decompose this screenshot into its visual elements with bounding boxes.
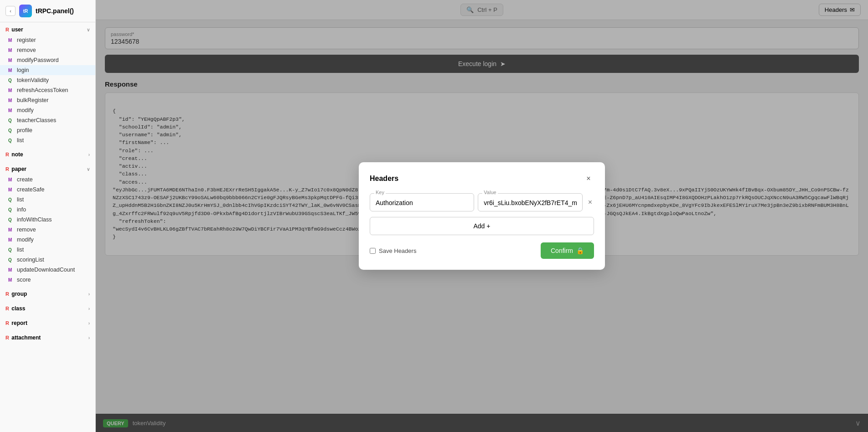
confirm-button[interactable]: Confirm 🔒 [541,242,594,259]
type-badge-r: R [5,152,9,157]
modal-footer: Save Headers Confirm 🔒 [370,242,594,259]
chevron-right-icon: › [88,306,90,311]
sidebar-item-teacherclasses[interactable]: Q teacherClasses [0,115,95,125]
sidebar-item-paper-list2[interactable]: Q list [0,245,95,255]
chevron-right-icon: › [88,335,90,340]
sidebar-group-user[interactable]: R user ∨ [0,24,95,35]
sidebar-section-paper: R paper ∨ M create M createSafe Q list Q… [0,162,95,287]
sidebar-group-paper[interactable]: R paper ∨ [0,164,95,175]
type-m-badge: M [8,237,15,242]
chevron-right-icon: › [88,321,90,326]
type-m-badge: M [8,68,15,73]
type-q-badge: Q [8,128,15,133]
sidebar-item-modify[interactable]: M modify [0,105,95,115]
sidebar-section-attachment: R attachment › [0,330,95,345]
chevron-down-icon: ∨ [87,27,90,32]
type-badge-r: R [5,291,9,297]
sidebar-section-user: R user ∨ M register M remove M modifyPas… [0,22,95,147]
type-q-badge: Q [8,118,15,123]
sidebar-item-remove[interactable]: M remove [0,45,95,55]
type-m-badge: M [8,177,15,182]
clear-value-button[interactable]: × [586,196,594,208]
modal-overlay[interactable]: Headers × Key Value × Add + [96,0,868,432]
key-label: Key [374,190,386,195]
type-badge-r: R [5,306,9,311]
type-q-badge: Q [8,138,15,143]
type-q-badge: Q [8,78,15,83]
lock-icon: 🔒 [576,247,584,254]
sidebar-item-paper-score[interactable]: M score [0,275,95,285]
modal-header: Headers × [370,173,594,184]
sidebar-item-modifypassword[interactable]: M modifyPassword [0,55,95,65]
sidebar: ‹ tR tRPC.panel() R user ∨ M register M … [0,0,96,432]
type-m-badge: M [8,58,15,63]
back-button[interactable]: ‹ [5,6,16,16]
type-m-badge: M [8,278,15,283]
sidebar-item-paper-scoringlist[interactable]: Q scoringList [0,255,95,265]
app-logo: tR [19,5,32,17]
sidebar-group-report[interactable]: R report › [0,318,95,329]
modal-header-row: Key Value × [370,193,594,211]
type-m-badge: M [8,88,15,93]
sidebar-item-refreshaccesstoken[interactable]: M refreshAccessToken [0,85,95,95]
sidebar-item-paper-remove[interactable]: M remove [0,225,95,235]
key-input[interactable] [370,193,474,211]
sidebar-item-paper-modify[interactable]: M modify [0,235,95,245]
sidebar-group-attachment[interactable]: R attachment › [0,332,95,343]
save-headers-checkbox[interactable] [370,248,376,254]
sidebar-section-report: R report › [0,316,95,330]
type-q-badge: Q [8,247,15,252]
save-headers-label[interactable]: Save Headers [370,247,416,254]
type-q-badge: Q [8,257,15,262]
sidebar-item-paper-createsafe[interactable]: M createSafe [0,185,95,195]
modal-close-button[interactable]: × [583,173,594,184]
type-m-badge: M [8,267,15,273]
chevron-right-icon: › [88,292,90,297]
main-area: 🔍 Ctrl + P Headers ✉ password* 12345678 … [96,0,868,432]
sidebar-item-paper-list[interactable]: Q list [0,195,95,205]
sidebar-item-bulkregister[interactable]: M bulkRegister [0,95,95,105]
type-m-badge: M [8,108,15,113]
sidebar-item-paper-updatedownloadcount[interactable]: M updateDownloadCount [0,265,95,275]
type-q-badge: Q [8,217,15,222]
sidebar-section-group: R group › [0,287,95,301]
type-badge-r: R [5,27,9,32]
app-title: tRPC.panel() [36,7,74,15]
type-badge-r: R [5,335,9,340]
sidebar-item-register[interactable]: M register [0,35,95,45]
value-field-wrapper: Value [478,193,582,211]
type-m-badge: M [8,48,15,53]
type-m-badge: M [8,227,15,232]
sidebar-section-class: R class › [0,301,95,316]
type-m-badge: M [8,38,15,43]
sidebar-group-group[interactable]: R group › [0,288,95,299]
sidebar-item-tokenvalidity[interactable]: Q tokenValidity [0,75,95,85]
sidebar-item-paper-info[interactable]: Q info [0,205,95,215]
sidebar-header: ‹ tR tRPC.panel() [0,0,95,22]
value-label: Value [482,190,497,195]
sidebar-section-note: R note › [0,147,95,162]
type-m-badge: M [8,187,15,192]
modal-title: Headers [370,175,398,183]
sidebar-group-class[interactable]: R class › [0,303,95,314]
sidebar-item-list[interactable]: Q list [0,135,95,145]
add-header-button[interactable]: Add + [370,217,594,235]
key-field-wrapper: Key [370,193,474,211]
sidebar-item-paper-infowithclass[interactable]: Q infoWithClass [0,215,95,225]
type-badge-r: R [5,320,9,326]
chevron-right-icon: › [88,152,90,157]
type-q-badge: Q [8,197,15,202]
chevron-down-icon: ∨ [87,167,90,172]
sidebar-item-paper-create[interactable]: M create [0,175,95,185]
sidebar-item-profile[interactable]: Q profile [0,125,95,135]
value-input[interactable] [478,193,582,211]
headers-modal: Headers × Key Value × Add + [359,162,605,270]
type-badge-r: R [5,166,9,172]
sidebar-group-note[interactable]: R note › [0,149,95,160]
type-q-badge: Q [8,207,15,212]
sidebar-item-login[interactable]: M login [0,65,95,75]
type-m-badge: M [8,98,15,103]
